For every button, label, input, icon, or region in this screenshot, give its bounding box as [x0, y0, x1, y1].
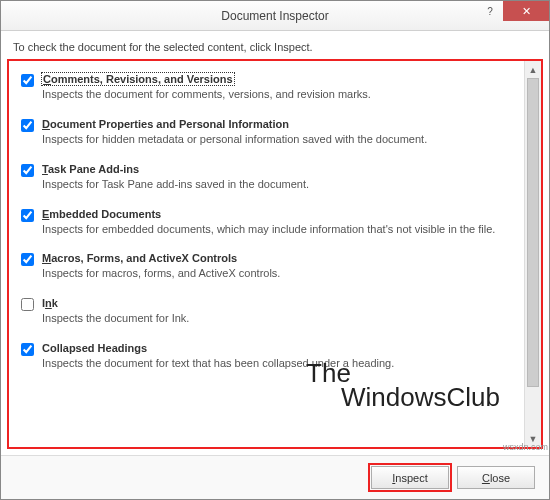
item-checkbox[interactable]	[21, 298, 34, 311]
item-checkbox[interactable]	[21, 119, 34, 132]
window-title: Document Inspector	[221, 9, 328, 23]
item-body: Embedded DocumentsInspects for embedded …	[42, 208, 514, 237]
item-description: Inspects the document for Ink.	[42, 311, 514, 326]
item-checkbox[interactable]	[21, 253, 34, 266]
item-title: Document Properties and Personal Informa…	[42, 118, 289, 130]
item-title: Collapsed Headings	[42, 342, 147, 354]
scroll-area: Comments, Revisions, and VersionsInspect…	[9, 61, 541, 447]
scrollbar[interactable]: ▲ ▼	[524, 61, 541, 447]
titlebar: Document Inspector ? ✕	[1, 1, 549, 31]
list-item: Collapsed HeadingsInspects the document …	[17, 336, 516, 381]
list-item: InkInspects the document for Ink.	[17, 291, 516, 336]
item-title: Ink	[42, 297, 58, 309]
close-button[interactable]: Close	[457, 466, 535, 489]
item-description: Inspects for hidden metadata or personal…	[42, 132, 514, 147]
attribution-text: wsxdn.com	[503, 442, 548, 452]
item-description: Inspects the document for comments, vers…	[42, 87, 514, 102]
item-description: Inspects for macros, forms, and ActiveX …	[42, 266, 514, 281]
scroll-thumb[interactable]	[527, 78, 539, 387]
dialog-window: Document Inspector ? ✕ To check the docu…	[0, 0, 550, 500]
list-item: Task Pane Add-insInspects for Task Pane …	[17, 157, 516, 202]
help-button[interactable]: ?	[477, 1, 503, 21]
item-checkbox[interactable]	[21, 209, 34, 222]
dialog-footer: Inspect Close	[1, 455, 549, 499]
item-body: Task Pane Add-insInspects for Task Pane …	[42, 163, 514, 192]
instruction-text: To check the document for the selected c…	[1, 31, 549, 59]
item-checkbox[interactable]	[21, 164, 34, 177]
list-item: Macros, Forms, and ActiveX ControlsInspe…	[17, 246, 516, 291]
list-item: Comments, Revisions, and VersionsInspect…	[17, 67, 516, 112]
item-description: Inspects for Task Pane add-ins saved in …	[42, 177, 514, 192]
scroll-up-arrow-icon[interactable]: ▲	[525, 61, 541, 78]
item-body: InkInspects the document for Ink.	[42, 297, 514, 326]
item-checkbox[interactable]	[21, 74, 34, 87]
item-title: Comments, Revisions, and Versions	[42, 73, 234, 85]
item-body: Comments, Revisions, and VersionsInspect…	[42, 73, 514, 102]
item-body: Collapsed HeadingsInspects the document …	[42, 342, 514, 371]
content-highlight: Comments, Revisions, and VersionsInspect…	[7, 59, 543, 449]
item-description: Inspects for embedded documents, which m…	[42, 222, 514, 237]
inspect-button[interactable]: Inspect	[371, 466, 449, 489]
inspection-list: Comments, Revisions, and VersionsInspect…	[9, 61, 524, 447]
item-body: Document Properties and Personal Informa…	[42, 118, 514, 147]
window-controls: ? ✕	[477, 1, 549, 21]
close-window-button[interactable]: ✕	[503, 1, 549, 21]
item-title: Task Pane Add-ins	[42, 163, 139, 175]
item-description: Inspects the document for text that has …	[42, 356, 514, 371]
list-item: Document Properties and Personal Informa…	[17, 112, 516, 157]
item-title: Embedded Documents	[42, 208, 161, 220]
item-checkbox[interactable]	[21, 343, 34, 356]
item-title: Macros, Forms, and ActiveX Controls	[42, 252, 237, 264]
list-item: Embedded DocumentsInspects for embedded …	[17, 202, 516, 247]
item-body: Macros, Forms, and ActiveX ControlsInspe…	[42, 252, 514, 281]
